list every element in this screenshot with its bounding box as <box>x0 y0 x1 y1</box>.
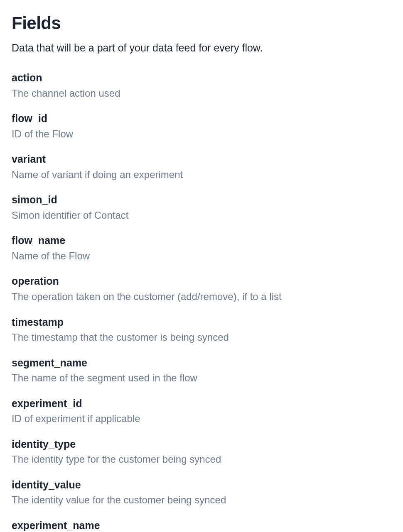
field-item: timestamp The timestamp that the custome… <box>12 315 391 344</box>
field-name: flow_name <box>12 234 391 247</box>
page-subtitle: Data that will be a part of your data fe… <box>12 41 391 55</box>
field-name: experiment_name <box>12 519 391 532</box>
field-item: flow_name Name of the Flow <box>12 234 391 263</box>
field-item: identity_type The identity type for the … <box>12 437 391 466</box>
field-description: The identity value for the customer bein… <box>12 493 391 507</box>
field-name: experiment_id <box>12 397 391 410</box>
field-name: operation <box>12 274 391 288</box>
field-description: Name of the Flow <box>12 249 391 263</box>
field-name: identity_type <box>12 437 391 451</box>
field-item: experiment_name Name of experiment if ap… <box>12 519 391 532</box>
field-item: experiment_id ID of experiment if applic… <box>12 397 391 426</box>
field-description: ID of experiment if applicable <box>12 412 391 426</box>
field-description: Name of variant if doing an experiment <box>12 168 391 182</box>
field-description: The identity type for the customer being… <box>12 452 391 466</box>
field-description: Simon identifier of Contact <box>12 208 391 222</box>
field-item: operation The operation taken on the cus… <box>12 274 391 303</box>
field-name: variant <box>12 152 391 166</box>
field-name: action <box>12 71 391 85</box>
page-title: Fields <box>12 13 391 33</box>
field-item: variant Name of variant if doing an expe… <box>12 152 391 181</box>
field-item: action The channel action used <box>12 71 391 100</box>
field-description: The channel action used <box>12 86 391 100</box>
field-name: simon_id <box>12 193 391 207</box>
field-name: flow_id <box>12 112 391 125</box>
field-description: The name of the segment used in the flow <box>12 371 391 385</box>
field-description: The operation taken on the customer (add… <box>12 290 391 304</box>
field-name: timestamp <box>12 315 391 329</box>
field-item: segment_name The name of the segment use… <box>12 356 391 385</box>
field-item: flow_id ID of the Flow <box>12 112 391 141</box>
field-item: identity_value The identity value for th… <box>12 478 391 507</box>
field-item: simon_id Simon identifier of Contact <box>12 193 391 222</box>
field-name: segment_name <box>12 356 391 370</box>
fields-list: action The channel action used flow_id I… <box>12 71 391 532</box>
field-description: ID of the Flow <box>12 127 391 141</box>
field-name: identity_value <box>12 478 391 492</box>
field-description: The timestamp that the customer is being… <box>12 330 391 344</box>
